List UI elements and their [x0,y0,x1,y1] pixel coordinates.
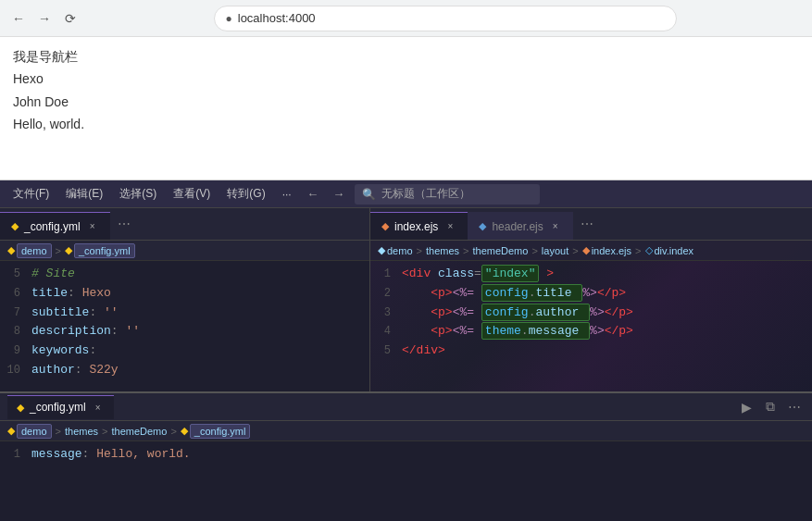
browser-bar: ← → ⟳ ● localhost:4000 [0,0,812,37]
left-breadcrumb: ◆ demo > ◆ _config.yml [0,241,369,261]
file-menu[interactable]: 文件(F) [7,184,55,204]
right-breadcrumb: ◆ demo > themes > themeDemo > layout > ◆… [370,241,812,261]
tab-label-index: index.ejs [394,220,438,233]
bottom-tab-close[interactable]: × [92,401,105,414]
select-menu[interactable]: 选择(S) [114,184,162,204]
back-button[interactable]: ← [9,9,28,28]
bottom-actions: ▶ ⧉ ⋯ [736,397,805,417]
tab-config-yml-left[interactable]: ◆ _config.yml × [0,212,110,240]
tab-more-right[interactable]: ⋯ [573,217,601,231]
run-button[interactable]: ▶ [736,397,756,417]
address-bar[interactable]: ● localhost:4000 [214,6,677,31]
code-line-7: 7 subtitle: '' [0,304,369,323]
forward-button[interactable]: → [35,9,54,28]
right-code-line-5: 5 </div> [370,341,812,361]
nav-forward-btn[interactable]: → [329,184,349,205]
code-line-5: 5 # Site [0,265,369,284]
right-editor-panel: ◆ index.ejs × ◆ header.ejs × ⋯ ◆ demo > [370,208,812,391]
tab-index-ejs[interactable]: ◆ index.ejs × [370,212,468,240]
ejs-icon-index: ◆ [381,220,389,232]
vscode-editor: 文件(F) 编辑(E) 选择(S) 查看(V) 转到(G) ··· ← → 🔍 … [0,180,812,521]
ejs-icon-header: ◆ [479,220,486,232]
breadcrumb-demo: demo [17,243,52,258]
code-line-9: 9 keywords: [0,341,369,361]
site-title: Hexo [13,68,799,89]
search-bar[interactable]: 🔍 无标题（工作区） [355,184,540,205]
lock-icon: ● [226,12,232,25]
code-line-8: 8 description: '' [0,322,369,341]
right-code-area: 1 <div class="index" > 2 <p><%= con [370,261,812,391]
goto-menu[interactable]: 转到(G) [221,184,270,204]
right-editor-content: ◆ index.ejs × ◆ header.ejs × ⋯ ◆ demo > [370,208,812,391]
site-message: Hello, world. [13,114,799,134]
split-button[interactable]: ⧉ [760,397,781,417]
workspace-title: 无标题（工作区） [381,186,470,202]
tab-header-ejs[interactable]: ◆ header.ejs × [468,212,572,240]
left-tab-bar: ◆ _config.yml × ⋯ [0,208,369,241]
code-line-10: 10 author: S22y [0,361,369,380]
tab-label-header: header.ejs [492,220,543,233]
bottom-panel: ◆ _config.yml × ▶ ⧉ ⋯ ◆ demo > themes > … [0,391,812,521]
reload-button[interactable]: ⟳ [61,9,80,28]
url-text: localhost:4000 [238,11,316,25]
bottom-code-line-1: 1 message: Hello, world. [0,445,812,465]
left-editor-panel: ◆ _config.yml × ⋯ ◆ demo > ◆ _config.yml… [0,208,370,391]
edit-menu[interactable]: 编辑(E) [60,184,108,204]
code-line-6: 6 title: Hexo [0,284,369,304]
right-code-line-4: 4 <p><%= theme.message %></p> [370,322,812,341]
bottom-tab-label: _config.yml [30,401,86,414]
nav-text: 我是导航栏 [13,46,799,67]
yaml-icon-left: ◆ [11,220,19,232]
bottom-breadcrumb: ◆ demo > themes > themeDemo > ◆ _config.… [0,421,812,441]
webpage-content: 我是导航栏 Hexo John Doe Hello, world. [0,37,812,180]
yaml-icon-bottom: ◆ [17,402,24,414]
view-menu[interactable]: 查看(V) [168,184,216,204]
right-code-line-2: 2 <p><%= config.title %></p> [370,284,812,304]
bottom-tab-config[interactable]: ◆ _config.yml × [7,395,114,419]
tab-label-left: _config.yml [24,220,81,233]
more-menu[interactable]: ··· [277,186,297,203]
tab-close-index[interactable]: × [443,220,456,233]
tab-more-left[interactable]: ⋯ [110,217,138,231]
left-code-area: 5 # Site 6 title: Hexo 7 subtitle: '' [0,261,369,391]
right-code-line-3: 3 <p><%= config.author %></p> [370,304,812,323]
right-code-line-1: 1 <div class="index" > [370,265,812,284]
nav-back-btn[interactable]: ← [303,184,323,205]
vscode-titlebar: 文件(F) 编辑(E) 选择(S) 查看(V) 转到(G) ··· ← → 🔍 … [0,180,812,208]
breadcrumb-config: _config.yml [74,243,135,258]
more-button[interactable]: ⋯ [784,397,805,417]
bottom-tab-bar: ◆ _config.yml × ▶ ⧉ ⋯ [0,393,812,421]
right-tab-bar: ◆ index.ejs × ◆ header.ejs × ⋯ [370,208,812,241]
tab-close-left[interactable]: × [86,220,99,233]
tab-close-header[interactable]: × [549,220,562,233]
breadcrumb-icon-left: ◆ [7,244,15,256]
bottom-code-area: 1 message: Hello, world. [0,441,812,521]
site-author: John Doe [13,92,799,112]
search-icon: 🔍 [362,188,376,201]
